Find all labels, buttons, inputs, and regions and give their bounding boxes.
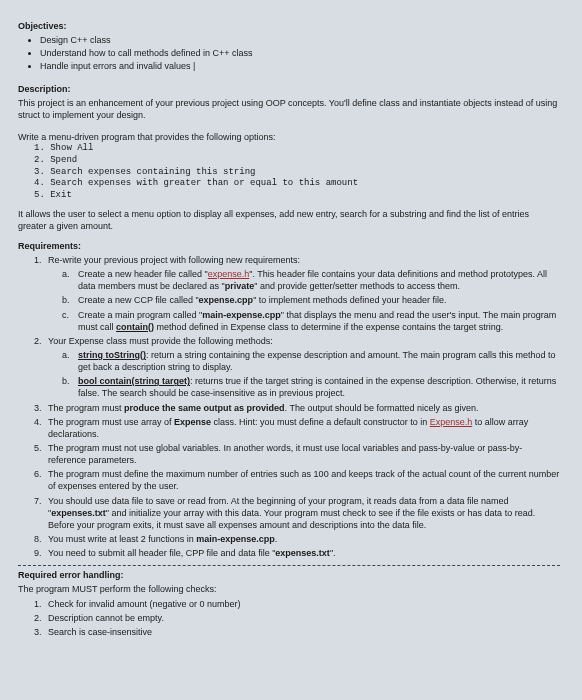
requirement-item: 2.Your Expense class must provide the fo… xyxy=(34,335,560,400)
requirement-item: 1.Re-write your previous project with fo… xyxy=(34,254,560,333)
item-number: 5. xyxy=(34,442,42,454)
text-run: The program must define the maximum numb… xyxy=(48,469,559,491)
text-run: expense.cpp xyxy=(199,295,254,305)
sub-item: c.Create a main program called "main-exp… xyxy=(62,309,560,333)
sub-item: b.bool contain(string target): returns t… xyxy=(62,375,560,399)
item-text: Your Expense class must provide the foll… xyxy=(48,336,273,346)
requirement-item: 8.You must write at least 2 functions in… xyxy=(34,533,560,545)
text-run: string toString() xyxy=(78,350,146,360)
menu-option: 4. Search expenses with greater than or … xyxy=(34,178,560,190)
sub-item: a.Create a new header file called "expen… xyxy=(62,268,560,292)
text-run: produce the same output as provided xyxy=(124,403,285,413)
text-run: You need to submit all header file, CPP … xyxy=(48,548,275,558)
text-run: You must write at least 2 functions in xyxy=(48,534,196,544)
menu-option: 5. Exit xyxy=(34,190,560,202)
text-run: main-expense.cpp xyxy=(202,310,281,320)
sub-list: a.Create a new header file called "expen… xyxy=(62,268,560,333)
text-run: : return a string containing the expense… xyxy=(78,350,556,372)
requirement-item: 4.The program must use array of Expense … xyxy=(34,416,560,440)
text-run: Expense xyxy=(174,417,211,427)
separator xyxy=(18,565,560,566)
text-run: Create a main program called " xyxy=(78,310,202,320)
text-run: The program must use array of xyxy=(48,417,174,427)
text-run: bool contain(string target) xyxy=(78,376,190,386)
sub-letter: a. xyxy=(62,349,70,361)
description-heading: Description: xyxy=(18,83,560,95)
text-run: " and initialize your array with this da… xyxy=(48,508,535,530)
text-run: contain() xyxy=(116,322,154,332)
objectives-heading: Objectives: xyxy=(18,20,560,32)
text-run: The program must xyxy=(48,403,124,413)
requirement-item: 3.The program must produce the same outp… xyxy=(34,402,560,414)
objective-item: Handle input errors and invalid values | xyxy=(40,60,560,72)
objectives-list: Design C++ class Understand how to call … xyxy=(40,34,560,72)
text-run: . xyxy=(275,534,278,544)
text-run: " to implement methods defined your head… xyxy=(253,295,446,305)
item-number: 8. xyxy=(34,533,42,545)
error-item: 2.Description cannot be empty. xyxy=(34,612,560,624)
menu-options: 1. Show All 2. Spend 3. Search expenses … xyxy=(34,143,560,201)
error-handling-heading: Required error handling: xyxy=(18,569,560,581)
menu-option: 1. Show All xyxy=(34,143,560,155)
text-run: expenses.txt xyxy=(275,548,330,558)
menu-option: 3. Search expenses containing this strin… xyxy=(34,167,560,179)
item-number: 6. xyxy=(34,468,42,480)
text-run: expenses.txt xyxy=(51,508,106,518)
sub-letter: a. xyxy=(62,268,70,280)
text-run: Expense.h xyxy=(430,417,473,427)
requirements-list: 1.Re-write your previous project with fo… xyxy=(34,254,560,559)
objective-item: Design C++ class xyxy=(40,34,560,46)
item-number: 9. xyxy=(34,547,42,559)
error-handling-list: 1.Check for invalid amount (negative or … xyxy=(34,598,560,638)
error-item: 1.Check for invalid amount (negative or … xyxy=(34,598,560,610)
sub-item: b.Create a new CCP file called "expense.… xyxy=(62,294,560,306)
error-item: 3.Search is case-insensitive xyxy=(34,626,560,638)
text-run: ". xyxy=(330,548,336,558)
requirements-heading: Requirements: xyxy=(18,240,560,252)
sub-letter: b. xyxy=(62,375,70,387)
text-run: expense.h xyxy=(208,269,250,279)
text-run: " and provide getter/setter methods to a… xyxy=(254,281,460,291)
description-body: This project is an enhancement of your p… xyxy=(18,97,560,121)
item-number: 2. xyxy=(34,335,42,347)
requirement-item: 7.You should use data file to save or re… xyxy=(34,495,560,531)
sub-letter: c. xyxy=(62,309,69,321)
text-run: . The output should be formatted nicely … xyxy=(285,403,479,413)
item-text: Re-write your previous project with foll… xyxy=(48,255,300,265)
sub-list: a.string toString(): return a string con… xyxy=(62,349,560,400)
menu-option: 2. Spend xyxy=(34,155,560,167)
text-run: Create a new header file called " xyxy=(78,269,208,279)
text-run: class. Hint: you must define a default c… xyxy=(211,417,430,427)
text-run: Create a new CCP file called " xyxy=(78,295,199,305)
item-number: 7. xyxy=(34,495,42,507)
text-run: The program must not use global variable… xyxy=(48,443,522,465)
text-run: private xyxy=(225,281,255,291)
text-run: main-expense.cpp xyxy=(196,534,275,544)
error-handling-intro: The program MUST perform the following c… xyxy=(18,583,560,595)
menu-intro: Write a menu-driven program that provide… xyxy=(18,131,560,143)
objective-item: Understand how to call methods defined i… xyxy=(40,47,560,59)
item-number: 1. xyxy=(34,254,42,266)
item-number: 3. xyxy=(34,402,42,414)
sub-item: a.string toString(): return a string con… xyxy=(62,349,560,373)
text-run: method defined in Expense class to deter… xyxy=(154,322,503,332)
menu-after-text: It allows the user to select a menu opti… xyxy=(18,208,560,232)
requirement-item: 6.The program must define the maximum nu… xyxy=(34,468,560,492)
sub-letter: b. xyxy=(62,294,70,306)
item-number: 4. xyxy=(34,416,42,428)
requirement-item: 9.You need to submit all header file, CP… xyxy=(34,547,560,559)
requirement-item: 5.The program must not use global variab… xyxy=(34,442,560,466)
